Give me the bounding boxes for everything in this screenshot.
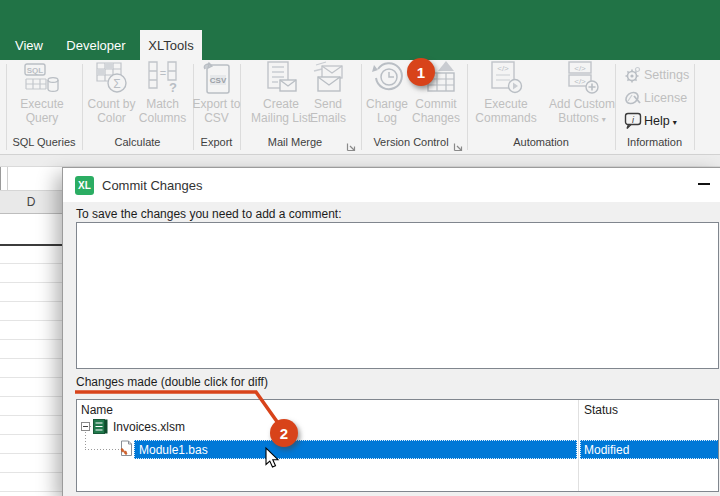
execute-query-button[interactable]: SQL Execute Query [10, 61, 74, 125]
export-to-csv-button[interactable]: CSV Export to CSV [190, 61, 243, 125]
xltools-app-icon: XL [75, 176, 94, 195]
name-box-divider [7, 167, 8, 190]
mailing-list-icon [264, 61, 298, 97]
worksheet-left-border [0, 167, 1, 190]
column-header-d[interactable]: D [0, 190, 62, 214]
send-emails-button[interactable]: Send Emails [304, 61, 352, 125]
svg-text:i: i [632, 115, 635, 125]
button-label: Change Log [362, 97, 412, 125]
svg-text:=: = [159, 67, 165, 79]
gridline [0, 453, 62, 454]
button-label: Help▾ [644, 114, 677, 128]
gridline [0, 339, 62, 340]
history-clock-icon [369, 61, 405, 97]
comment-input[interactable] [76, 222, 719, 369]
button-label: Commit Changes [409, 97, 463, 125]
minimize-icon [698, 183, 710, 185]
column-header-status[interactable]: Status [584, 403, 618, 417]
envelopes-icon [310, 61, 346, 97]
screenshot-root: View Developer XLTools e SQL Execute Que… [0, 0, 720, 496]
excel-workbook-icon [93, 419, 108, 434]
step-badge-2: 2 [270, 419, 298, 447]
count-by-color-icon: Σ [95, 61, 129, 97]
selected-status-cell[interactable]: Modified [580, 440, 719, 459]
dropdown-caret-icon: ▾ [602, 115, 606, 124]
group-label-mail-merge: Mail Merge [240, 136, 350, 152]
ribbon: e SQL Execute Query SQL Queries [0, 60, 720, 155]
group-label-information: Information [615, 136, 694, 152]
tab-developer[interactable]: Developer [57, 30, 135, 60]
cell-border-dark [0, 244, 62, 246]
group-label-automation: Automation [467, 136, 615, 152]
group-label-calculate: Calculate [82, 136, 193, 152]
changes-made-label: Changes made (double click for diff) [76, 375, 268, 389]
help-bubble-icon: i [622, 111, 644, 130]
collapse-expander-icon[interactable] [81, 422, 90, 431]
commit-changes-dialog: XL Commit Changes To save the changes yo… [62, 167, 720, 496]
column-divider [578, 400, 579, 491]
group-label-version-control: Version Control [361, 136, 461, 152]
step-badge-1: 1 [407, 58, 435, 86]
svg-text:Σ: Σ [113, 77, 120, 91]
version-control-dialog-launcher[interactable] [453, 139, 464, 150]
count-by-color-button[interactable]: Σ Count by Color [84, 61, 139, 125]
gridline [0, 358, 62, 359]
change-log-button[interactable]: Change Log [362, 61, 412, 125]
dialog-title: Commit Changes [102, 168, 202, 202]
tab-xltools[interactable]: XLTools [140, 30, 202, 60]
gridline [0, 320, 62, 321]
gridline [0, 491, 62, 492]
match-columns-icon: = ? [147, 61, 179, 97]
gridline [0, 377, 62, 378]
button-label: Add Custom Buttons▾ [545, 97, 619, 127]
gear-icon [622, 66, 644, 84]
button-label: Execute Commands [467, 97, 545, 125]
svg-text:</>: </> [574, 64, 586, 73]
vba-module-icon [120, 440, 133, 457]
match-columns-button[interactable]: = ? Match Columns [134, 61, 191, 125]
add-custom-buttons-button[interactable]: </> </> Add Custom Buttons▾ [545, 61, 619, 127]
minimize-button[interactable] [691, 171, 717, 197]
execute-commands-button[interactable]: </> Execute Commands [467, 61, 545, 125]
changes-list[interactable]: Name Status Invoices.xlsm [76, 399, 719, 492]
workbook-name: Invoices.xlsm [113, 420, 185, 434]
button-label: License [644, 91, 687, 105]
button-label: Export to CSV [190, 97, 243, 125]
gridline [0, 396, 62, 397]
dropdown-caret-icon: ▾ [673, 118, 677, 127]
license-pen-icon [622, 89, 644, 107]
tree-connector [85, 432, 86, 450]
column-header-name[interactable]: Name [81, 403, 113, 417]
help-button[interactable]: i Help▾ [622, 109, 702, 132]
svg-text:SQL: SQL [27, 66, 44, 75]
license-button[interactable]: License [622, 86, 702, 109]
code-run-icon: </> [488, 61, 524, 97]
svg-text:?: ? [169, 80, 177, 95]
gridline [0, 263, 62, 264]
svg-text:CSV: CSV [209, 76, 226, 85]
dialog-title-bar[interactable]: XL Commit Changes [63, 168, 720, 202]
gridline [0, 282, 62, 283]
button-label: Count by Color [84, 97, 139, 125]
tab-view[interactable]: View [6, 30, 52, 60]
formula-bar-strip [0, 155, 720, 167]
sql-database-icon: SQL [24, 61, 60, 97]
svg-text:</>: </> [574, 77, 586, 86]
selected-name-cell[interactable]: Module1.bas [134, 440, 577, 459]
gridline [0, 301, 62, 302]
code-add-icon: </> </> [564, 61, 600, 97]
status-badge: Modified [584, 443, 629, 457]
tree-connector [85, 449, 119, 450]
button-label: Match Columns [134, 97, 191, 125]
gridline [0, 415, 62, 416]
svg-text:</>: </> [497, 64, 509, 73]
worksheet-area[interactable]: D [0, 167, 62, 496]
button-label: Execute Query [10, 97, 74, 125]
mail-merge-dialog-launcher[interactable] [346, 139, 357, 150]
group-label-export: Export [193, 136, 240, 152]
button-label: Send Emails [304, 97, 352, 125]
group-label-sql-queries: SQL Queries [6, 136, 82, 152]
gridline [0, 434, 62, 435]
settings-button[interactable]: Settings [622, 63, 702, 86]
csv-file-icon: CSV [201, 61, 233, 97]
